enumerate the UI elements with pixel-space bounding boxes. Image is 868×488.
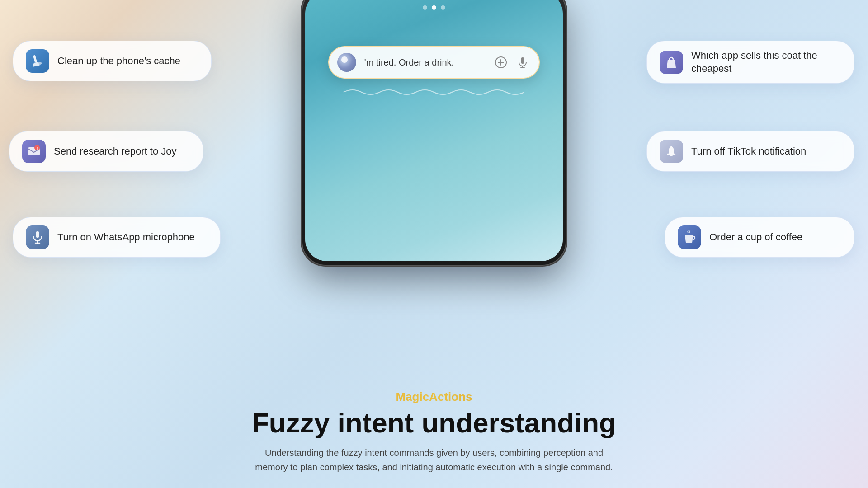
page-title: Fuzzy intent understanding xyxy=(231,408,637,438)
tiktok-card[interactable]: Turn off TikTok notification xyxy=(646,131,854,172)
coat-card[interactable]: Which app sells this coat the cheapest xyxy=(646,41,854,84)
phone-frame: I'm tired. Order a drink. xyxy=(301,0,567,267)
cache-card-label: Clean up the phone's cache xyxy=(57,55,180,68)
svg-text:!: ! xyxy=(37,146,38,150)
voice-input-bar[interactable]: I'm tired. Order a drink. xyxy=(328,46,539,79)
cache-card[interactable]: Clean up the phone's cache xyxy=(13,41,212,81)
svg-rect-6 xyxy=(33,55,37,63)
email-icon: ! xyxy=(22,140,46,163)
svg-rect-3 xyxy=(521,57,524,64)
add-icon[interactable] xyxy=(493,54,509,70)
whatsapp-card[interactable]: Turn on WhatsApp microphone xyxy=(13,217,221,258)
page-description: Understanding the fuzzy intent commands … xyxy=(253,446,615,474)
dot-3 xyxy=(441,5,445,10)
voice-icons-group xyxy=(493,54,531,70)
svg-rect-10 xyxy=(36,231,39,238)
phone-mockup: I'm tired. Order a drink. xyxy=(301,0,567,267)
bottom-section: MagicActions Fuzzy intent understanding … xyxy=(231,390,637,474)
dot-2-active xyxy=(432,5,436,10)
ai-avatar xyxy=(337,53,356,72)
audio-wave xyxy=(328,85,539,99)
magic-actions-label: MagicActions xyxy=(231,390,637,404)
report-card[interactable]: ! Send research report to Joy xyxy=(9,131,203,172)
bell-icon xyxy=(660,140,683,163)
voice-text: I'm tired. Order a drink. xyxy=(362,57,487,68)
coffee-card[interactable]: Order a cup of coffee xyxy=(665,217,854,258)
coat-card-label: Which app sells this coat the cheapest xyxy=(691,49,841,75)
shopping-icon xyxy=(660,51,683,74)
microphone-icon[interactable] xyxy=(514,54,531,70)
tiktok-card-label: Turn off TikTok notification xyxy=(691,145,806,158)
coffee-card-label: Order a cup of coffee xyxy=(709,231,802,244)
phone-screen: I'm tired. Order a drink. xyxy=(305,0,563,261)
coffee-icon xyxy=(678,225,701,249)
whatsapp-card-label: Turn on WhatsApp microphone xyxy=(57,231,195,244)
microphone-icon xyxy=(26,225,49,249)
dots-indicator xyxy=(423,5,445,10)
dot-1 xyxy=(423,5,427,10)
report-card-label: Send research report to Joy xyxy=(54,145,176,158)
broom-icon xyxy=(26,49,49,73)
